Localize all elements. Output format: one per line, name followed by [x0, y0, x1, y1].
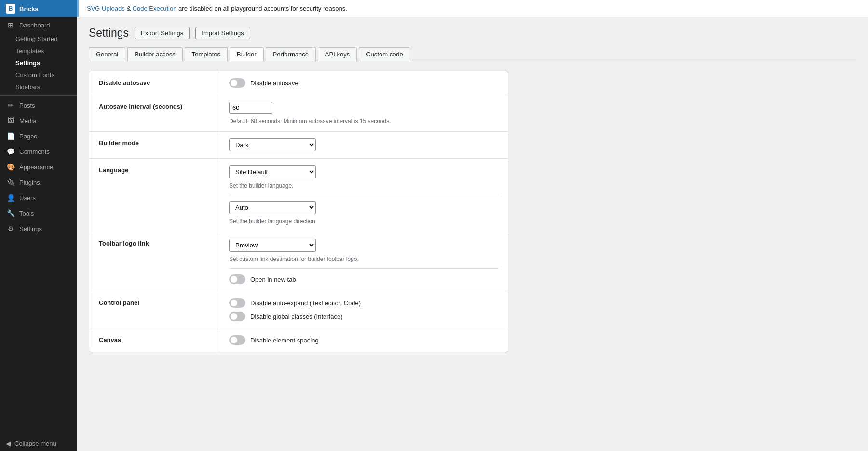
row-autosave-interval: Autosave interval (seconds) Default: 60 … — [89, 95, 508, 132]
sidebar-label-settings-wp: Settings — [19, 225, 42, 232]
language-direction-select[interactable]: Auto LTR RTL — [229, 201, 316, 214]
toggle-slider-new-tab — [229, 274, 245, 284]
toggle-slider-element-spacing — [229, 335, 245, 345]
sidebar-item-media[interactable]: 🖼 Media — [0, 113, 77, 128]
row-builder-mode: Builder mode Dark Light Auto — [89, 132, 508, 159]
toggle-open-new-tab[interactable] — [229, 274, 245, 284]
toggle-slider-disable-autosave — [229, 78, 245, 88]
value-language: Site Default Set the builder language. A… — [219, 159, 508, 232]
toggle-element-spacing[interactable] — [229, 335, 245, 345]
toggle-row-new-tab: Open in new tab — [229, 274, 498, 284]
value-builder-mode: Dark Light Auto — [219, 132, 508, 158]
row-disable-autosave: Disable autosave Disable autosave — [89, 71, 508, 95]
comments-icon: 💬 — [6, 148, 15, 155]
code-execution-link[interactable]: Code Execution — [133, 5, 177, 12]
sidebar-label-dashboard: Dashboard — [19, 22, 50, 29]
collapse-menu-button[interactable]: ◀ Collapse menu — [0, 436, 77, 451]
page-title: Settings — [89, 27, 129, 40]
label-builder-mode: Builder mode — [89, 132, 219, 158]
toggle-row-global-classes: Disable global classes (Interface) — [229, 312, 498, 321]
svg-uploads-link[interactable]: SVG Uploads — [87, 5, 125, 12]
import-settings-button[interactable]: Import Settings — [195, 27, 250, 39]
toggle-row-element-spacing: Disable element spacing — [229, 335, 498, 345]
tab-performance[interactable]: Performance — [266, 47, 316, 61]
sidebar-label-media: Media — [19, 117, 36, 124]
row-language: Language Site Default Set the builder la… — [89, 159, 508, 232]
sidebar-item-settings[interactable]: Settings — [15, 57, 77, 69]
brand-icon: B — [6, 4, 15, 14]
sidebar-item-pages[interactable]: 📄 Pages — [0, 128, 77, 144]
tab-builder-access[interactable]: Builder access — [127, 47, 183, 61]
sidebar-item-settings-wp[interactable]: ⚙ Settings — [0, 221, 77, 236]
sidebar-item-dashboard[interactable]: ⊞ Dashboard — [0, 17, 77, 33]
sidebar-item-sidebars[interactable]: Sidebars — [15, 81, 77, 93]
toggle-row-auto-expand: Disable auto-expand (Text editor, Code) — [229, 298, 498, 308]
main-content: SVG Uploads & Code Execution are disable… — [77, 0, 868, 451]
sidebar-label-plugins: Plugins — [19, 179, 40, 186]
toggle-auto-expand[interactable] — [229, 298, 245, 308]
toolbar-logo-select[interactable]: Preview Dashboard Custom URL — [229, 239, 316, 252]
notice-text: are disabled on all playground accounts … — [178, 5, 347, 12]
language-direction-helper: Set the builder language direction. — [229, 218, 498, 225]
language-divider — [229, 195, 498, 195]
tab-general[interactable]: General — [89, 47, 125, 61]
sidebar-label-tools: Tools — [19, 210, 34, 217]
sidebar-label-pages: Pages — [19, 133, 37, 140]
page-header: Settings Export Settings Import Settings — [89, 27, 856, 40]
sidebar-item-templates[interactable]: Templates — [15, 45, 77, 57]
autosave-interval-input[interactable] — [229, 102, 272, 114]
tab-templates[interactable]: Templates — [185, 47, 228, 61]
brand-item[interactable]: B Bricks — [0, 0, 77, 17]
media-icon: 🖼 — [6, 117, 15, 124]
label-autosave-interval: Autosave interval (seconds) — [89, 95, 219, 131]
sidebar-item-users[interactable]: 👤 Users — [0, 190, 77, 205]
toggle-slider-auto-expand — [229, 298, 245, 308]
notice-bar: SVG Uploads & Code Execution are disable… — [77, 0, 868, 17]
sidebar-item-appearance[interactable]: 🎨 Appearance — [0, 159, 77, 175]
tab-builder[interactable]: Builder — [230, 47, 263, 61]
export-settings-button[interactable]: Export Settings — [135, 27, 190, 39]
dashboard-icon: ⊞ — [6, 21, 15, 29]
language-select[interactable]: Site Default — [229, 165, 316, 178]
settings-content: Settings Export Settings Import Settings… — [77, 17, 868, 451]
row-toolbar-logo-link: Toolbar logo link Preview Dashboard Cust… — [89, 232, 508, 291]
sidebar-item-getting-started[interactable]: Getting Started — [15, 33, 77, 45]
tools-icon: 🔧 — [6, 209, 15, 217]
value-disable-autosave: Disable autosave — [219, 71, 508, 95]
posts-icon: ✏ — [6, 101, 15, 109]
toggle-slider-global-classes — [229, 312, 245, 321]
toolbar-logo-helper: Set custom link destination for builder … — [229, 256, 498, 262]
sidebar-item-plugins[interactable]: 🔌 Plugins — [0, 175, 77, 190]
tab-api-keys[interactable]: API keys — [318, 47, 357, 61]
sidebar-label-comments: Comments — [19, 148, 50, 155]
value-autosave-interval: Default: 60 seconds. Minimum autosave in… — [219, 95, 508, 131]
toggle-label-element-spacing: Disable element spacing — [250, 337, 319, 344]
label-language: Language — [89, 159, 219, 232]
label-disable-autosave: Disable autosave — [89, 71, 219, 95]
sidebar-item-custom-fonts[interactable]: Custom Fonts — [15, 69, 77, 81]
row-canvas: Canvas Disable element spacing — [89, 328, 508, 352]
tab-custom-code[interactable]: Custom code — [359, 47, 410, 61]
toggle-row-disable-autosave: Disable autosave — [229, 78, 498, 88]
toggle-label-auto-expand: Disable auto-expand (Text editor, Code) — [250, 300, 361, 307]
sidebar-label-appearance: Appearance — [19, 164, 53, 171]
sidebar-item-comments[interactable]: 💬 Comments — [0, 144, 77, 159]
language-helper: Set the builder language. — [229, 182, 498, 189]
toggle-label-new-tab: Open in new tab — [250, 276, 296, 283]
toggle-label-global-classes: Disable global classes (Interface) — [250, 313, 342, 320]
value-canvas: Disable element spacing — [219, 328, 508, 352]
sidebar-label-posts: Posts — [19, 102, 35, 109]
toggle-disable-autosave[interactable] — [229, 78, 245, 88]
label-control-panel: Control panel — [89, 291, 219, 328]
toggle-global-classes[interactable] — [229, 312, 245, 321]
builder-mode-select[interactable]: Dark Light Auto — [229, 138, 316, 151]
value-toolbar-logo-link: Preview Dashboard Custom URL Set custom … — [219, 232, 508, 291]
toggle-label-disable-autosave: Disable autosave — [250, 80, 298, 87]
autosave-interval-helper: Default: 60 seconds. Minimum autosave in… — [229, 118, 498, 124]
settings-table: Disable autosave Disable autosave Autosa… — [89, 71, 508, 352]
collapse-label: Collapse menu — [14, 440, 56, 447]
sidebar-divider-1 — [0, 95, 77, 96]
pages-icon: 📄 — [6, 132, 15, 140]
sidebar-item-tools[interactable]: 🔧 Tools — [0, 205, 77, 221]
sidebar-item-posts[interactable]: ✏ Posts — [0, 97, 77, 113]
